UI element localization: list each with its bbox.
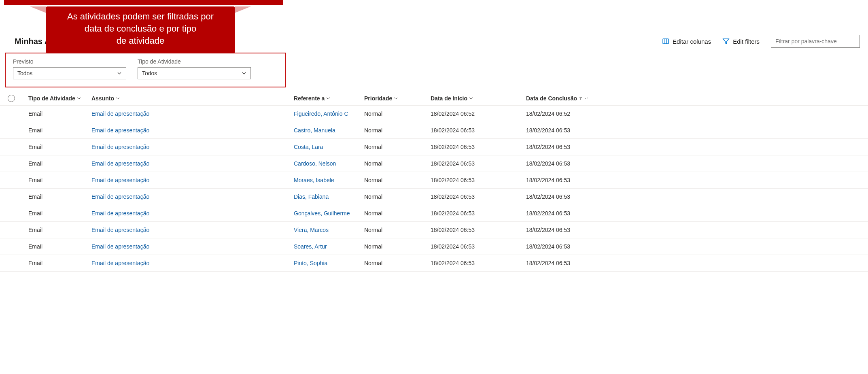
cell-prioridade: Normal: [364, 127, 431, 134]
top-red-strip: [4, 0, 283, 5]
cell-prioridade: Normal: [364, 144, 431, 150]
table-row[interactable]: Email Email de apresentação Costa, Lara …: [0, 139, 868, 155]
svg-rect-0: [663, 39, 669, 44]
column-header-conclusao-label: Data de Conclusão: [526, 95, 577, 102]
keyword-filter-input[interactable]: [771, 35, 860, 48]
columns-icon: [662, 38, 669, 45]
column-header-inicio[interactable]: Data de Início: [431, 95, 526, 102]
cell-assunto-link[interactable]: Email de apresentação: [91, 144, 149, 150]
cell-conclusao: 18/02/2024 06:53: [526, 210, 615, 217]
chevron-down-icon: [77, 96, 81, 100]
previsto-dropdown[interactable]: Todos: [13, 67, 126, 79]
previsto-label: Previsto: [13, 58, 126, 65]
cell-tipo: Email: [23, 177, 91, 183]
cell-referente-link[interactable]: Pinto, Sophia: [294, 260, 327, 266]
edit-columns-button[interactable]: Editar colunas: [662, 38, 711, 45]
column-header-tipo-label: Tipo de Atividade: [28, 95, 75, 102]
cell-inicio: 18/02/2024 06:53: [431, 193, 526, 200]
cell-assunto-link[interactable]: Email de apresentação: [91, 160, 149, 167]
cell-assunto-link[interactable]: Email de apresentação: [91, 127, 149, 134]
tipo-atividade-label: Tipo de Atividade: [138, 58, 251, 65]
activities-table: Tipo de Atividade Assunto Referente a Pr…: [0, 91, 868, 272]
page-title: Minhas A: [15, 37, 50, 46]
cell-referente-link[interactable]: Gonçalves, Guilherme: [294, 210, 350, 217]
cell-referente-link[interactable]: Costa, Lara: [294, 144, 323, 150]
column-header-conclusao[interactable]: Data de Conclusão: [526, 95, 615, 102]
previsto-value: Todos: [17, 70, 32, 76]
column-header-tipo[interactable]: Tipo de Atividade: [23, 95, 91, 102]
table-row[interactable]: Email Email de apresentação Viera, Marco…: [0, 222, 868, 238]
cell-prioridade: Normal: [364, 227, 431, 233]
tipo-atividade-value: Todos: [142, 70, 157, 76]
edit-filters-button[interactable]: Edit filters: [722, 38, 760, 45]
cell-assunto-link[interactable]: Email de apresentação: [91, 110, 149, 117]
cell-tipo: Email: [23, 144, 91, 150]
cell-inicio: 18/02/2024 06:53: [431, 243, 526, 250]
cell-conclusao: 18/02/2024 06:53: [526, 260, 615, 266]
callout-line2: data de conclusão e por tipo: [56, 23, 225, 35]
table-row[interactable]: Email Email de apresentação Dias, Fabian…: [0, 189, 868, 205]
cell-tipo: Email: [23, 210, 91, 217]
cell-referente-link[interactable]: Figueiredo, Antônio C: [294, 110, 348, 117]
cell-tipo: Email: [23, 227, 91, 233]
cell-tipo: Email: [23, 193, 91, 200]
sort-ascending-icon: [579, 96, 583, 100]
cell-inicio: 18/02/2024 06:53: [431, 260, 526, 266]
cell-tipo: Email: [23, 160, 91, 167]
cell-conclusao: 18/02/2024 06:53: [526, 193, 615, 200]
table-row[interactable]: Email Email de apresentação Moraes, Isab…: [0, 172, 868, 189]
cell-referente-link[interactable]: Viera, Marcos: [294, 227, 329, 233]
cell-prioridade: Normal: [364, 260, 431, 266]
filter-card: Previsto Todos Tipo de Atividade Todos: [5, 53, 286, 87]
filter-icon: [722, 38, 730, 45]
cell-tipo: Email: [23, 127, 91, 134]
table-row[interactable]: Email Email de apresentação Pinto, Sophi…: [0, 255, 868, 272]
table-row[interactable]: Email Email de apresentação Castro, Manu…: [0, 122, 868, 139]
column-header-inicio-label: Data de Início: [431, 95, 467, 102]
cell-prioridade: Normal: [364, 160, 431, 167]
cell-inicio: 18/02/2024 06:53: [431, 144, 526, 150]
cell-referente-link[interactable]: Dias, Fabiana: [294, 193, 329, 200]
column-header-prioridade-label: Prioridade: [364, 95, 392, 102]
cell-conclusao: 18/02/2024 06:53: [526, 243, 615, 250]
column-header-referente[interactable]: Referente a: [294, 95, 364, 102]
cell-prioridade: Normal: [364, 243, 431, 250]
cell-referente-link[interactable]: Cardoso, Nelson: [294, 160, 336, 167]
cell-conclusao: 18/02/2024 06:53: [526, 177, 615, 183]
cell-tipo: Email: [23, 110, 91, 117]
cell-referente-link[interactable]: Castro, Manuela: [294, 127, 335, 134]
cell-conclusao: 18/02/2024 06:52: [526, 110, 615, 117]
cell-referente-link[interactable]: Moraes, Isabele: [294, 177, 334, 183]
table-row[interactable]: Email Email de apresentação Figueiredo, …: [0, 106, 868, 122]
cell-assunto-link[interactable]: Email de apresentação: [91, 227, 149, 233]
cell-assunto-link[interactable]: Email de apresentação: [91, 260, 149, 266]
table-row[interactable]: Email Email de apresentação Gonçalves, G…: [0, 205, 868, 222]
edit-columns-label: Editar colunas: [673, 38, 711, 45]
table-row[interactable]: Email Email de apresentação Soares, Artu…: [0, 238, 868, 255]
column-header-referente-label: Referente a: [294, 95, 325, 102]
cell-referente-link[interactable]: Soares, Artur: [294, 243, 327, 250]
cell-conclusao: 18/02/2024 06:53: [526, 127, 615, 134]
chevron-down-icon: [584, 96, 588, 100]
cell-prioridade: Normal: [364, 193, 431, 200]
table-row[interactable]: Email Email de apresentação Cardoso, Nel…: [0, 155, 868, 172]
tipo-atividade-dropdown[interactable]: Todos: [138, 67, 251, 79]
cell-assunto-link[interactable]: Email de apresentação: [91, 193, 149, 200]
cell-prioridade: Normal: [364, 110, 431, 117]
table-header-row: Tipo de Atividade Assunto Referente a Pr…: [0, 91, 868, 106]
cell-prioridade: Normal: [364, 177, 431, 183]
toolbar: Editar colunas Edit filters: [662, 35, 860, 48]
chevron-down-icon: [242, 71, 246, 76]
cell-conclusao: 18/02/2024 06:53: [526, 227, 615, 233]
chevron-down-icon: [117, 71, 122, 76]
column-header-assunto-label: Assunto: [91, 95, 114, 102]
select-all-toggle[interactable]: [0, 95, 23, 102]
annotation-callout: As atividades podem ser filtradas por da…: [46, 6, 235, 53]
cell-assunto-link[interactable]: Email de apresentação: [91, 177, 149, 183]
column-header-prioridade[interactable]: Prioridade: [364, 95, 431, 102]
cell-assunto-link[interactable]: Email de apresentação: [91, 210, 149, 217]
column-header-assunto[interactable]: Assunto: [91, 95, 294, 102]
cell-assunto-link[interactable]: Email de apresentação: [91, 243, 149, 250]
cell-inicio: 18/02/2024 06:53: [431, 177, 526, 183]
circle-icon: [8, 95, 15, 102]
